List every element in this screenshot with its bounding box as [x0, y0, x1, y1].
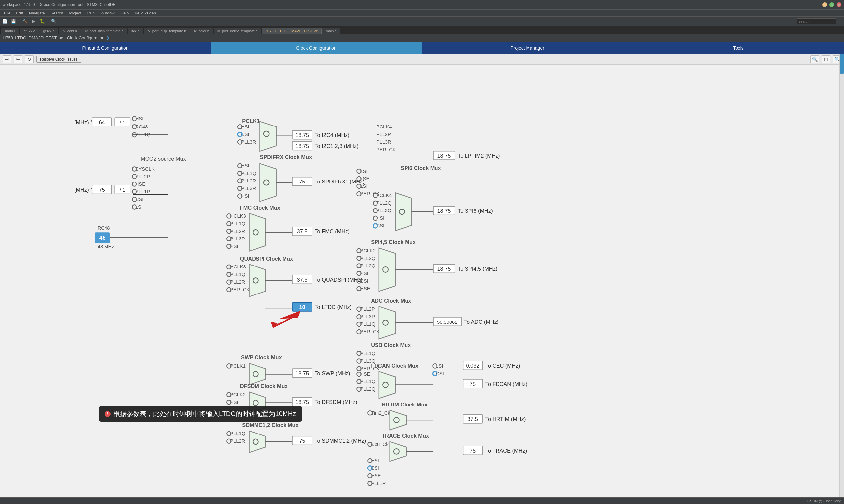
maximize-button[interactable]: □ — [829, 2, 834, 7]
svg-text:HSE: HSE — [360, 286, 370, 291]
nav-project[interactable]: Project Manager — [422, 42, 633, 54]
svg-text:HCLK3: HCLK3 — [230, 214, 246, 219]
svg-text:PLL2Q: PLL2Q — [360, 256, 375, 261]
svg-text:SWP Clock Mux: SWP Clock Mux — [241, 355, 282, 360]
tooltip-text: 根据参数表，此处在时钟树中将输入LTDC的时钟配置为10MHz — [114, 410, 296, 418]
tab-gt9xxc[interactable]: gt9xx.c — [20, 28, 38, 34]
svg-text:PLL2R: PLL2R — [230, 280, 245, 285]
svg-text:PLL2R: PLL2R — [230, 229, 245, 234]
svg-text:PLL3R: PLL3R — [377, 139, 391, 145]
menu-run[interactable]: Run — [85, 10, 97, 16]
search-input[interactable] — [796, 18, 836, 24]
tab-h750ioc[interactable]: *H750_LTDC_DMA2D_TEST.ioc — [262, 28, 322, 34]
svg-text:SYSCLK: SYSCLK — [136, 166, 155, 172]
save-icon[interactable]: 💾 — [10, 18, 17, 25]
menubar: File Edit Navigate Search Project Run Wi… — [0, 9, 844, 16]
nav-tools[interactable]: Tools — [633, 42, 844, 54]
svg-text:64: 64 — [99, 119, 105, 125]
svg-text:To SWP (MHz): To SWP (MHz) — [314, 370, 350, 376]
svg-text:PCLK1: PCLK1 — [242, 118, 260, 124]
svg-text:PER_CK: PER_CK — [360, 329, 379, 334]
redo-button[interactable]: ↪ — [14, 55, 22, 63]
svg-text:PCLK2: PCLK2 — [360, 248, 376, 253]
close-button[interactable]: ✕ — [837, 2, 841, 7]
clock-toolbar: ↩ ↪ ↻ Resolve Clock Issues 🔍 ⊡ 🔍 — [0, 54, 844, 65]
tab-lvportindev[interactable]: lv_port_indev_template.c — [214, 28, 261, 34]
breadcrumb-arrow: ❯ — [106, 35, 110, 40]
nav-clock[interactable]: Clock Configuration — [211, 42, 422, 54]
svg-text:Cpu_Ck: Cpu_Ck — [371, 442, 389, 447]
svg-text:PLL1P: PLL1P — [136, 189, 150, 194]
svg-text:75: 75 — [299, 179, 305, 184]
svg-text:SPDIFRX Clock Mux: SPDIFRX Clock Mux — [260, 154, 312, 160]
menu-search[interactable]: Search — [48, 10, 66, 16]
svg-marker-129 — [395, 193, 411, 231]
svg-text:To DFSDM (MHz): To DFSDM (MHz) — [314, 399, 357, 405]
svg-marker-78 — [249, 214, 265, 251]
undo-button[interactable]: ↩ — [3, 55, 11, 63]
svg-text:To SPI6 (MHz): To SPI6 (MHz) — [458, 208, 493, 214]
svg-text:PLL2Q: PLL2Q — [377, 200, 392, 205]
tab-lvconth[interactable]: lv_cont.h — [59, 28, 81, 34]
window-controls[interactable]: _ □ ✕ — [822, 2, 841, 7]
menu-file[interactable]: File — [1, 10, 13, 16]
svg-text:PLL2Q: PLL2Q — [360, 386, 375, 392]
build-icon[interactable]: 🔨 — [21, 18, 29, 25]
run-icon[interactable]: ▶ — [30, 18, 37, 25]
svg-text:RC48: RC48 — [136, 124, 148, 129]
titlebar: workspace_1.15.0 - Device Configuration … — [0, 0, 844, 9]
menu-help[interactable]: Help — [118, 10, 132, 16]
zoom-in-icon[interactable]: 🔍 — [810, 55, 819, 63]
tab-mainc-2[interactable]: main.c — [323, 28, 340, 34]
svg-text:PLL1Q: PLL1Q — [230, 272, 245, 277]
menu-edit[interactable]: Edit — [14, 10, 26, 16]
svg-text:HCLK3: HCLK3 — [230, 264, 246, 269]
svg-text:To I2C4 (MHz): To I2C4 (MHz) — [314, 132, 349, 138]
refresh-button[interactable]: ↻ — [25, 55, 34, 63]
menu-hello[interactable]: Hello Zuoen — [132, 10, 159, 16]
svg-text:FMC Clock Mux: FMC Clock Mux — [240, 204, 280, 211]
svg-marker-61 — [260, 164, 276, 202]
svg-text:To HRTIM (MHz): To HRTIM (MHz) — [485, 416, 526, 422]
scroll-thumb[interactable] — [840, 54, 844, 74]
svg-text:HRTIM Clock Mux: HRTIM Clock Mux — [382, 401, 428, 408]
svg-text:To FDCAN (MHz): To FDCAN (MHz) — [485, 381, 528, 387]
minimize-button[interactable]: _ — [822, 2, 827, 7]
tab-lvportdispc[interactable]: lv_port_disp_template.c — [82, 28, 127, 34]
tab-lvportdisph[interactable]: lv_port_disp_template.h — [144, 28, 190, 34]
svg-text:48 MHz: 48 MHz — [98, 244, 115, 249]
svg-marker-151 — [379, 248, 395, 291]
svg-text:ADC Clock Mux: ADC Clock Mux — [371, 298, 411, 304]
tab-ltdcc[interactable]: ltdc.c — [127, 28, 143, 34]
tabsbar: main.c gt9xx.c gt9xx.h lv_cont.h lv_port… — [0, 26, 844, 34]
scrollbar[interactable] — [839, 54, 844, 498]
app-title: workspace_1.15.0 - Device Configuration … — [3, 2, 116, 7]
menu-window[interactable]: Window — [98, 10, 117, 16]
svg-text:HSE: HSE — [136, 181, 146, 187]
tab-lvcolorh[interactable]: lv_color.h — [190, 28, 213, 34]
menu-navigate[interactable]: Navigate — [27, 10, 47, 16]
clock-diagram: (MHz) MCO1 64 / 1 HSI RC48 PLL1Q MCO2 so… — [0, 65, 839, 498]
new-file-icon[interactable]: 📄 — [1, 18, 8, 25]
tab-mainc-1[interactable]: main.c — [1, 28, 19, 34]
nav-pinout[interactable]: Pinout & Configuration — [0, 42, 211, 54]
svg-text:37.5: 37.5 — [467, 416, 478, 422]
tooltip-warning-icon: ! — [105, 411, 111, 417]
debug-icon[interactable]: 🐛 — [38, 18, 46, 25]
svg-text:To TRACE (MHz): To TRACE (MHz) — [485, 448, 527, 454]
svg-text:USB Clock Mux: USB Clock Mux — [371, 342, 411, 348]
tab-gt9xxh[interactable]: gt9xx.h — [39, 28, 58, 34]
menu-project[interactable]: Project — [66, 10, 84, 16]
resolve-clock-issues-button[interactable]: Resolve Clock Issues — [36, 56, 82, 62]
svg-text:PCLK1: PCLK1 — [230, 363, 246, 368]
zoom-fit-icon[interactable]: ⊡ — [822, 55, 830, 63]
svg-rect-0 — [46, 65, 794, 498]
svg-text:PLL2R: PLL2R — [230, 438, 245, 444]
toolbar-sep-2 — [48, 18, 48, 24]
svg-text:18.75: 18.75 — [437, 153, 451, 159]
search-toolbar-icon[interactable]: 🔍 — [50, 18, 57, 25]
svg-text:SDMMC1,2 Clock Mux: SDMMC1,2 Clock Mux — [242, 422, 298, 428]
svg-text:48: 48 — [99, 235, 105, 241]
svg-text:PLL1Q: PLL1Q — [360, 379, 375, 384]
svg-text:PLL2P: PLL2P — [136, 174, 150, 179]
